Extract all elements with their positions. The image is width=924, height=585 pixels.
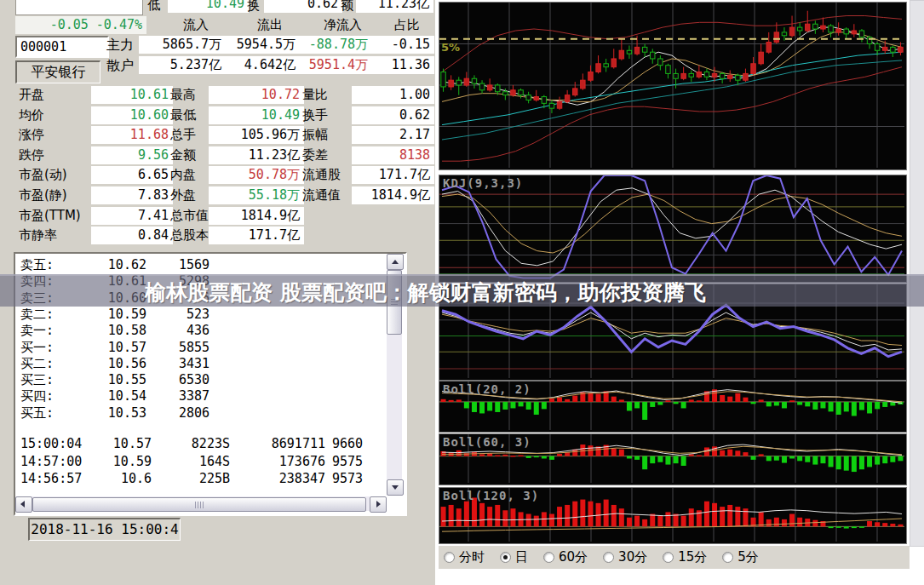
quote-label: 流通股: [302, 165, 341, 184]
quote-label: 开盘: [19, 85, 44, 104]
period-option-60分[interactable]: 60分: [543, 549, 588, 565]
ob-vol: 2806: [135, 405, 209, 422]
amount-value: 11.23亿: [356, 0, 433, 13]
period-label: 60分: [559, 549, 588, 565]
period-label: 分时: [459, 549, 485, 565]
left-arrow-icon: [20, 501, 25, 508]
stock-code-input[interactable]: 000001: [15, 36, 109, 58]
kdj-panel[interactable]: KDJ(9,3,3): [439, 175, 907, 283]
ob-vol: 436: [135, 323, 209, 339]
quote-value: 1.00: [352, 86, 434, 104]
ob-price: 10.55: [53, 372, 146, 388]
tr-amt: 8691711: [230, 436, 325, 452]
order-book-row: 买四:10.543387: [15, 388, 390, 404]
quote-value: 11.23亿: [209, 146, 304, 164]
boll20-indicator-label: Boll(20, 2): [443, 382, 531, 396]
quote-value: 50.78万: [209, 166, 304, 184]
trade-row: 14:57:0010.59164S1736769575: [15, 454, 390, 470]
quote-label: 量比: [302, 85, 328, 104]
period-radio[interactable]: [444, 552, 455, 563]
trade-row: 15:00:0410.578223S86917119660: [15, 436, 390, 452]
quote-value: 7.83: [91, 186, 173, 204]
quote-label: 市盈(动): [19, 165, 67, 184]
header-netflow: 净流入: [324, 15, 362, 34]
ad-overlay-band: 榆林股票配资 股票配资吧：解锁财富新密码，助你投资腾飞: [0, 274, 924, 307]
ob-price: 10.57: [53, 340, 146, 356]
period-radio[interactable]: [663, 552, 674, 563]
turnover-label: 换: [247, 0, 260, 14]
ob-vol: 6530: [135, 372, 209, 388]
quote-label: 总市值: [170, 206, 209, 225]
scroll-right-button[interactable]: [370, 496, 387, 513]
ob-label: 买三:: [20, 372, 54, 388]
period-option-日[interactable]: 日: [500, 549, 528, 565]
quote-label: 换手: [302, 106, 328, 124]
quote-value: 7.41: [91, 207, 173, 225]
stock-trading-app-window: 低 10.49 换 0.62 额 11.23亿 -0.05 -0.47% 流入 …: [0, 0, 924, 585]
ob-price: 10.58: [53, 323, 146, 339]
scroll-left-button[interactable]: [15, 496, 32, 513]
boll120-panel[interactable]: Boll(120, 3): [439, 487, 907, 544]
quote-value: 0.84: [91, 227, 173, 244]
quote-value: 10.72: [209, 86, 304, 104]
tr-lot: 164S: [153, 454, 230, 470]
quote-value: 1814.9亿: [209, 207, 304, 225]
ob-vol: 523: [135, 307, 209, 323]
h-scrollbar-thumb[interactable]: [32, 497, 366, 512]
tr-lot: 8223S: [153, 436, 230, 452]
quote-label: 内盘: [170, 165, 196, 184]
order-book-row: 买五:10.532806: [15, 405, 390, 422]
trade-row: 14:56:5710.6225B2383479573: [15, 471, 390, 487]
order-book-row: 买三:10.556530: [15, 372, 390, 388]
price-display-clipped: [15, 0, 143, 15]
tr-amt: 173676: [230, 454, 325, 470]
period-radio[interactable]: [500, 552, 511, 563]
down-arrow-icon: [392, 485, 399, 490]
period-option-30分[interactable]: 30分: [603, 549, 647, 565]
order-book-row: 卖五:10.621569: [15, 257, 390, 273]
flow-net-value: 5951.4万: [298, 56, 372, 74]
quote-label: 最高: [170, 85, 196, 104]
quote-value: 8138: [352, 146, 434, 164]
header-inflow: 流入: [183, 15, 209, 34]
flow-in-value: 5.237亿: [139, 56, 226, 74]
quote-label: 总手: [170, 125, 196, 144]
quote-value: 10.60: [91, 106, 173, 124]
boll20-panel[interactable]: Boll(20, 2): [439, 381, 907, 433]
right-arrow-icon: [376, 501, 381, 508]
kline-chart[interactable]: 5%: [439, 2, 907, 170]
quote-label: 涨停: [19, 125, 44, 144]
period-radio[interactable]: [722, 552, 733, 563]
datetime-display: 2018-11-16 15:00:4: [28, 518, 181, 541]
ob-vol: 1569: [135, 257, 209, 273]
quote-label: 金额: [170, 146, 196, 164]
quote-value: 10.49: [209, 106, 304, 124]
order-book-row: 买一:10.575855: [15, 340, 390, 356]
period-radio[interactable]: [603, 552, 614, 563]
flow-out-value: 5954.5万: [224, 36, 300, 54]
period-label: 30分: [618, 549, 647, 565]
quote-label: 均价: [19, 106, 44, 124]
stock-name-button[interactable]: 平安银行: [15, 60, 100, 83]
period-option-分时[interactable]: 分时: [444, 549, 485, 565]
tr-cnt: 9660: [332, 436, 363, 452]
quote-label: 流通值: [302, 186, 341, 204]
quote-value: 1814.9亿: [352, 186, 434, 204]
quote-label: 外盘: [170, 186, 196, 204]
order-book-row: 卖二:10.59523: [15, 307, 390, 323]
low-value: 10.49: [168, 0, 249, 13]
tr-price: 10.6: [68, 471, 152, 487]
ob-label: 卖二:: [20, 307, 54, 323]
ob-price: 10.53: [53, 405, 146, 422]
period-radio[interactable]: [543, 552, 554, 563]
scroll-down-button[interactable]: [387, 479, 404, 496]
period-option-15分[interactable]: 15分: [663, 549, 707, 565]
flow-row-label: 主力: [106, 36, 134, 54]
boll60-panel[interactable]: Boll(60, 3): [439, 433, 907, 485]
period-label: 日: [515, 549, 528, 565]
scroll-up-button[interactable]: [387, 254, 404, 270]
order-book-row: 买二:10.563431: [15, 356, 390, 372]
tr-price: 10.57: [68, 436, 152, 452]
turnover-value: 0.62: [264, 0, 342, 13]
period-option-5分[interactable]: 5分: [722, 549, 759, 565]
